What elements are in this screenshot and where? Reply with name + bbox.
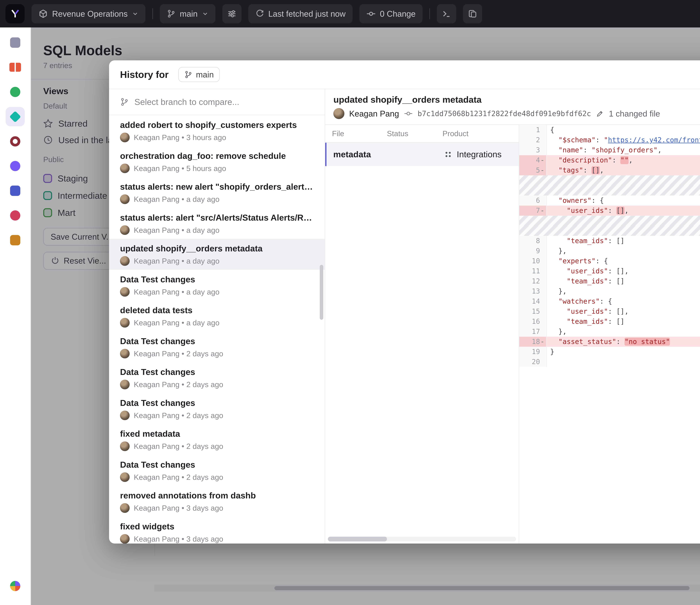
commit-title: Data Test changes <box>120 367 314 377</box>
commit-meta-row: Keagan Pang • a day ago <box>120 287 314 297</box>
diff-line: 7- "user_ids": [], <box>519 205 700 216</box>
commit-item[interactable]: Data Test changesKeagan Pang • 2 days ag… <box>109 332 325 362</box>
rail-item-models[interactable] <box>6 107 25 126</box>
diff-sign <box>540 326 545 337</box>
commit-meta: Keagan Pang • 3 days ago <box>134 535 223 543</box>
panels-button[interactable] <box>463 4 482 23</box>
sliders-icon <box>227 9 237 19</box>
line-number: 18 <box>532 337 540 347</box>
line-number-gutter: 13 <box>519 286 547 296</box>
cube-icon <box>39 9 48 19</box>
rail-item-rewards[interactable] <box>6 231 25 250</box>
changes-button[interactable]: 0 Change <box>359 4 423 23</box>
diff-line: 10 "experts": { <box>519 256 700 266</box>
last-fetched-button[interactable]: Last fetched just now <box>248 4 352 23</box>
commit-item[interactable]: deleted data testsKeagan Pang • a day ag… <box>109 300 325 332</box>
code-line: "user_ids": [], <box>547 307 700 316</box>
avatar <box>120 503 130 513</box>
code-line: "$schema": "https://s.y42.com/frontend/0… <box>547 135 700 145</box>
diff-pane-old: 1{2 "$schema": "https://s.y42.com/fronte… <box>519 125 700 543</box>
code-line: "user_ids": [], <box>547 205 700 216</box>
code-line <box>547 186 700 195</box>
commit-item[interactable]: fixed metadataKeagan Pang • 2 days ago <box>109 424 325 455</box>
rail-item-docs[interactable] <box>6 58 25 77</box>
commit-meta-row: Keagan Pang • a day ago <box>120 225 314 235</box>
diff-line: 18- "asset_status": "no status" <box>519 337 700 347</box>
rail-item-apps[interactable] <box>6 576 25 596</box>
file-name: metadata <box>333 149 388 159</box>
compare-branch-select[interactable]: Select branch to compare... <box>109 89 325 115</box>
avatar <box>120 164 130 173</box>
commit-item[interactable]: removed annotations from dashbKeagan Pan… <box>109 486 325 517</box>
refresh-icon <box>255 9 264 18</box>
avatar <box>120 534 130 543</box>
commit-list: added robert to shopify_customers expert… <box>109 115 325 543</box>
code-line: } <box>547 347 700 357</box>
line-number-gutter: 10 <box>519 256 547 266</box>
diff-line: 14 "watchers": { <box>519 296 700 307</box>
commit-item[interactable]: status alerts: new alert "shopify_orders… <box>109 177 325 208</box>
terminal-button[interactable] <box>437 4 456 23</box>
code-line: "experts": { <box>547 256 700 266</box>
models-icon <box>9 111 21 122</box>
commit-item[interactable]: Data Test changesKeagan Pang • a day ago <box>109 270 325 301</box>
code-line: }, <box>547 286 700 296</box>
commit-detail-header: updated shopify__orders metadata Keagan … <box>325 89 700 125</box>
branch-icon <box>120 97 129 106</box>
line-number-gutter: 5- <box>519 165 547 175</box>
commit-meta-row: Keagan Pang • 3 days ago <box>120 503 314 513</box>
commit-item[interactable]: fixed widgetsKeagan Pang • 3 days ago <box>109 517 325 543</box>
diff-line <box>519 175 700 186</box>
branch-switcher[interactable]: main <box>160 4 216 23</box>
sources-icon <box>10 87 21 97</box>
diff-line: 13 }, <box>519 286 700 296</box>
files-horizontal-scrollbar[interactable] <box>328 537 516 541</box>
diff-line: 11 "user_ids": [], <box>519 266 700 276</box>
commit-item[interactable]: orchestration dag_foo: remove scheduleKe… <box>109 146 325 177</box>
line-number-gutter <box>519 175 547 186</box>
line-number: 7 <box>536 205 540 216</box>
commit-item[interactable]: Data Test changesKeagan Pang • 2 days ag… <box>109 455 325 486</box>
workspace-switcher[interactable]: Revenue Operations <box>31 4 146 23</box>
commit-item[interactable]: added robert to shopify_customers expert… <box>109 115 325 146</box>
changed-files-count: 1 changed file <box>609 109 660 118</box>
line-number: 5 <box>536 165 540 175</box>
file-row-metadata[interactable]: metadata Integrations <box>325 143 519 166</box>
code-line: "name": "shopify_orders", <box>547 145 700 155</box>
commit-item[interactable]: Data Test changesKeagan Pang • 2 days ag… <box>109 393 325 424</box>
line-number-gutter: 4- <box>519 155 547 165</box>
rail-item-monitors[interactable] <box>6 132 25 151</box>
line-number: 19 <box>532 347 540 357</box>
diff-sign <box>540 357 545 367</box>
diff-sign <box>540 347 545 357</box>
commit-meta: Keagan Pang • 3 hours ago <box>134 133 226 142</box>
code-line: "description": "", <box>547 155 700 165</box>
rail-item-dashboards[interactable] <box>6 181 25 200</box>
commit-meta: Keagan Pang • a day ago <box>134 288 219 296</box>
env-settings-button[interactable] <box>222 4 242 23</box>
rail-item-alerts[interactable] <box>6 206 25 225</box>
rail-item-team[interactable] <box>6 156 25 176</box>
y42-logo[interactable] <box>5 4 25 23</box>
commit-item[interactable]: updated shopify__orders metadataKeagan P… <box>109 239 325 270</box>
chevron-down-icon <box>132 10 139 17</box>
commit-title: updated shopify__orders metadata <box>120 244 314 253</box>
avatar <box>120 132 130 142</box>
avatar <box>120 287 130 297</box>
terminal-icon <box>442 9 451 19</box>
branch-chip-label: main <box>196 70 214 79</box>
rail-item-workspace[interactable] <box>6 33 25 52</box>
commit-meta-row: Keagan Pang • 5 hours ago <box>120 164 314 173</box>
commit-list-scrollbar-thumb[interactable] <box>320 265 323 320</box>
commit-meta: Keagan Pang • a day ago <box>134 257 219 265</box>
rail-item-sources[interactable] <box>6 82 25 101</box>
diff-sign <box>540 286 545 296</box>
avatar <box>333 108 344 119</box>
files-scrollbar-thumb[interactable] <box>328 537 387 541</box>
line-number-gutter <box>519 186 547 195</box>
commit-item[interactable]: status alerts: alert "src/Alerts/Status … <box>109 208 325 239</box>
commit-item[interactable]: Data Test changesKeagan Pang • 2 days ag… <box>109 362 325 393</box>
diff-line: 3 "name": "shopify_orders", <box>519 145 700 155</box>
commit-hash[interactable]: b7c1dd75068b1231f2822fde48df091e9bfdf62c <box>418 110 591 118</box>
diff-line: 17 }, <box>519 326 700 337</box>
